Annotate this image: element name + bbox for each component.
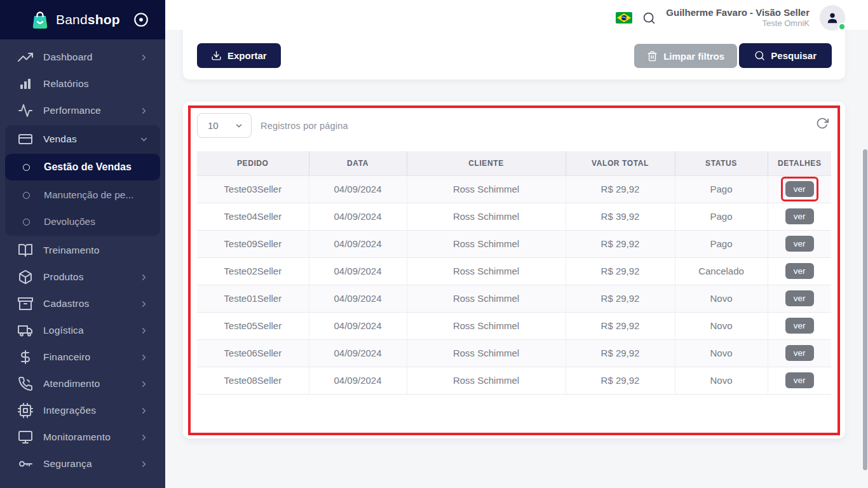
archive-icon bbox=[18, 296, 33, 311]
trash-icon bbox=[647, 51, 658, 62]
sidebar-item-manutencao-de-pedidos[interactable]: Manutenção de pe... bbox=[5, 182, 160, 208]
sidebar-item-monitoramento[interactable]: Monitoramento bbox=[0, 424, 165, 451]
sidebar-label: Segurança bbox=[43, 458, 92, 470]
export-button[interactable]: Exportar bbox=[197, 43, 281, 68]
sidebar-item-dashboard[interactable]: Dashboard bbox=[0, 44, 165, 71]
sidebar-item-cadastros[interactable]: Cadastros bbox=[0, 290, 165, 317]
column-header-cliente[interactable]: CLIENTE bbox=[407, 151, 566, 175]
sidebar-item-devolucoes[interactable]: Devoluções bbox=[5, 208, 160, 235]
sidebar-item-relatorios[interactable]: Relatórios bbox=[0, 71, 165, 97]
cell-status: Pago bbox=[675, 175, 768, 203]
column-header-data[interactable]: DATA bbox=[309, 151, 407, 175]
cell-status: Novo bbox=[675, 339, 768, 367]
cell-data: 04/09/2024 bbox=[309, 312, 407, 339]
sidebar-item-vendas[interactable]: Vendas bbox=[5, 126, 160, 152]
table-row: Teste04Seller 04/09/2024 Ross Schimmel R… bbox=[197, 203, 831, 230]
table-row: Teste02Seller 04/09/2024 Ross Schimmel R… bbox=[197, 257, 831, 285]
cell-data: 04/09/2024 bbox=[309, 257, 407, 285]
cell-status: Novo bbox=[675, 367, 768, 394]
ver-button[interactable]: ver bbox=[785, 208, 814, 225]
clear-filters-label: Limpar filtros bbox=[663, 51, 724, 62]
sidebar-item-seguranca[interactable]: Segurança bbox=[0, 451, 165, 477]
package-icon bbox=[18, 269, 33, 285]
page-size-select[interactable]: 10 bbox=[197, 113, 252, 138]
ver-button[interactable]: ver bbox=[785, 345, 814, 362]
sidebar-header: Bandshop bbox=[0, 0, 165, 39]
cell-cliente: Ross Schimmel bbox=[407, 203, 566, 230]
sidebar-item-produtos[interactable]: Produtos bbox=[0, 264, 165, 290]
person-icon bbox=[825, 11, 839, 25]
vertical-scrollbar[interactable] bbox=[863, 149, 867, 470]
ver-button-annotation: ver bbox=[781, 231, 818, 257]
refresh-icon[interactable] bbox=[816, 117, 829, 130]
cell-data: 04/09/2024 bbox=[309, 203, 407, 230]
column-header-detalhes[interactable]: DETALHES bbox=[768, 151, 831, 175]
cell-status: Pago bbox=[675, 230, 768, 257]
ver-button[interactable]: ver bbox=[785, 263, 814, 280]
ver-button[interactable]: ver bbox=[785, 372, 814, 389]
sidebar-label: Vendas bbox=[43, 133, 77, 145]
sidebar-item-integracoes[interactable]: Integrações bbox=[0, 397, 165, 424]
avatar[interactable] bbox=[820, 5, 845, 30]
online-status-dot bbox=[838, 23, 846, 30]
sidebar-item-gestao-de-vendas[interactable]: Gestão de Vendas bbox=[5, 154, 160, 180]
cell-detalhes: ver bbox=[768, 339, 831, 367]
cell-valor-total: R$ 29,92 bbox=[566, 285, 675, 312]
trending-up-icon bbox=[18, 50, 33, 65]
cell-data: 04/09/2024 bbox=[309, 367, 407, 394]
sidebar-toggle-icon[interactable] bbox=[132, 11, 150, 29]
search-button[interactable]: Pesquisar bbox=[739, 43, 832, 68]
sidebar-item-treinamento[interactable]: Treinamento bbox=[0, 237, 165, 264]
cell-valor-total: R$ 29,92 bbox=[566, 175, 675, 203]
user-menu[interactable]: Guilherme Favaro - Visão Seller Teste Om… bbox=[666, 7, 810, 29]
cell-status: Novo bbox=[675, 312, 768, 339]
bullet-circle-icon bbox=[23, 219, 30, 226]
cell-status: Novo bbox=[675, 285, 768, 312]
sidebar-item-logistica[interactable]: Logística bbox=[0, 317, 165, 344]
ver-button[interactable]: ver bbox=[785, 290, 814, 307]
brand-logo[interactable]: Bandshop bbox=[29, 9, 132, 30]
search-icon[interactable] bbox=[642, 11, 656, 25]
monitor-icon bbox=[18, 430, 33, 445]
dollar-sign-icon bbox=[18, 349, 33, 365]
user-name: Guilherme Favaro - Visão Seller bbox=[666, 7, 810, 19]
ver-button[interactable]: ver bbox=[785, 236, 814, 252]
cell-detalhes: ver bbox=[768, 257, 831, 285]
column-header-valor-total[interactable]: VALOR TOTAL bbox=[566, 151, 675, 175]
sidebar-item-financeiro[interactable]: Financeiro bbox=[0, 344, 165, 370]
cell-detalhes: ver bbox=[768, 230, 831, 257]
brazil-flag-icon[interactable] bbox=[616, 12, 632, 24]
sidebar-item-performance[interactable]: Performance bbox=[0, 97, 165, 124]
ver-button[interactable]: ver bbox=[785, 318, 814, 334]
column-header-pedido[interactable]: PEDIDO bbox=[197, 151, 309, 175]
sidebar-label: Performance bbox=[43, 105, 101, 116]
cell-pedido: Teste02Seller bbox=[197, 257, 309, 285]
cell-valor-total: R$ 29,92 bbox=[566, 230, 675, 257]
cell-cliente: Ross Schimmel bbox=[407, 230, 566, 257]
top-header: Guilherme Favaro - Visão Seller Teste Om… bbox=[165, 0, 868, 30]
cell-data: 04/09/2024 bbox=[309, 175, 407, 203]
cell-cliente: Ross Schimmel bbox=[407, 367, 566, 394]
cell-valor-total: R$ 29,92 bbox=[566, 339, 675, 367]
table-row: Teste06Seller 04/09/2024 Ross Schimmel R… bbox=[197, 339, 831, 367]
ver-button[interactable]: ver bbox=[785, 181, 814, 198]
column-header-status[interactable]: STATUS bbox=[675, 151, 768, 175]
sidebar-item-atendimento[interactable]: Atendimento bbox=[0, 370, 165, 397]
cell-detalhes: ver bbox=[768, 175, 831, 203]
download-icon bbox=[211, 50, 222, 61]
chevron-right-icon bbox=[139, 106, 149, 116]
cell-valor-total: R$ 29,92 bbox=[566, 312, 675, 339]
sidebar-label: Manutenção de pe... bbox=[44, 189, 133, 201]
cell-pedido: Teste04Seller bbox=[197, 203, 309, 230]
bullet-circle-icon bbox=[23, 192, 30, 199]
sidebar-label: Relatórios bbox=[43, 78, 89, 90]
sidebar-label: Gestão de Vendas bbox=[44, 161, 132, 173]
chevron-right-icon bbox=[139, 433, 149, 442]
clear-filters-button[interactable]: Limpar filtros bbox=[634, 44, 737, 68]
cell-cliente: Ross Schimmel bbox=[407, 285, 566, 312]
cell-detalhes: ver bbox=[768, 203, 831, 230]
sidebar: Bandshop Dashboard Relatórios Performanc… bbox=[0, 0, 165, 488]
key-icon bbox=[18, 456, 33, 471]
cell-valor-total: R$ 29,92 bbox=[566, 367, 675, 394]
brand-name: Bandshop bbox=[56, 12, 120, 27]
